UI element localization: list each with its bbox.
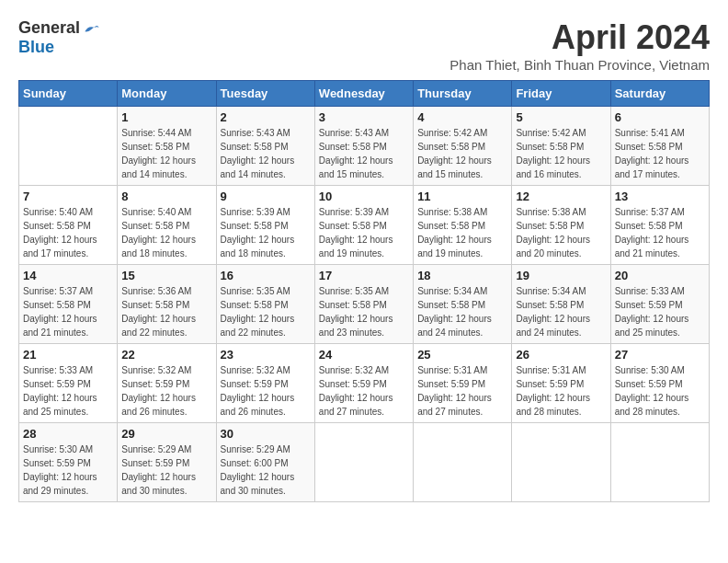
sunset-text: Sunset: 5:58 PM: [319, 142, 387, 152]
day-info: Sunrise: 5:30 AM Sunset: 5:59 PM Dayligh…: [23, 442, 113, 498]
day-number: 21: [23, 348, 113, 362]
sunrise-text: Sunrise: 5:38 AM: [417, 207, 487, 217]
sunset-text: Sunset: 5:58 PM: [417, 300, 485, 310]
column-header-wednesday: Wednesday: [314, 81, 413, 107]
sunrise-text: Sunrise: 5:32 AM: [319, 365, 389, 375]
page-header: General Blue April 2024 Phan Thiet, Binh…: [18, 18, 710, 73]
daylight-text: Daylight: 12 hours and 17 minutes.: [615, 155, 689, 179]
sunset-text: Sunset: 5:59 PM: [23, 379, 91, 389]
daylight-text: Daylight: 12 hours and 22 minutes.: [221, 314, 295, 338]
day-number: 8: [121, 190, 211, 203]
calendar-cell: 25 Sunrise: 5:31 AM Sunset: 5:59 PM Dayl…: [414, 344, 512, 423]
day-number: 19: [516, 269, 606, 282]
sunset-text: Sunset: 5:58 PM: [221, 300, 289, 310]
sunrise-text: Sunrise: 5:32 AM: [121, 365, 191, 375]
day-info: Sunrise: 5:33 AM Sunset: 5:59 PM Dayligh…: [615, 284, 705, 339]
sunset-text: Sunset: 5:58 PM: [615, 142, 683, 152]
sunrise-text: Sunrise: 5:43 AM: [221, 128, 290, 138]
sunset-text: Sunset: 5:58 PM: [23, 300, 91, 310]
logo-bird-icon: [82, 19, 100, 38]
logo-general-text: General: [18, 18, 80, 38]
calendar-cell: 30 Sunrise: 5:29 AM Sunset: 6:00 PM Dayl…: [216, 423, 314, 502]
day-number: 7: [23, 190, 113, 203]
sunset-text: Sunset: 5:58 PM: [221, 142, 289, 152]
daylight-text: Daylight: 12 hours and 16 minutes.: [516, 155, 590, 179]
sunset-text: Sunset: 5:59 PM: [615, 379, 683, 389]
sunrise-text: Sunrise: 5:35 AM: [221, 286, 290, 296]
sunrise-text: Sunrise: 5:42 AM: [516, 128, 586, 138]
day-number: 10: [319, 190, 409, 203]
day-number: 20: [615, 269, 705, 282]
daylight-text: Daylight: 12 hours and 15 minutes.: [417, 155, 492, 179]
calendar-cell: 21 Sunrise: 5:33 AM Sunset: 5:59 PM Dayl…: [19, 344, 118, 423]
calendar-cell: 24 Sunrise: 5:32 AM Sunset: 5:59 PM Dayl…: [314, 344, 413, 423]
day-number: 29: [121, 427, 211, 441]
calendar-cell: [19, 107, 118, 186]
sunrise-text: Sunrise: 5:44 AM: [121, 128, 191, 138]
day-number: 3: [319, 110, 409, 124]
sunset-text: Sunset: 5:58 PM: [23, 221, 91, 231]
calendar-cell: 19 Sunrise: 5:34 AM Sunset: 5:58 PM Dayl…: [512, 265, 610, 344]
day-number: 4: [417, 110, 507, 124]
daylight-text: Daylight: 12 hours and 30 minutes.: [221, 472, 295, 496]
daylight-text: Daylight: 12 hours and 26 minutes.: [121, 393, 196, 417]
column-header-sunday: Sunday: [19, 81, 118, 107]
day-info: Sunrise: 5:34 AM Sunset: 5:58 PM Dayligh…: [417, 284, 507, 339]
day-number: 6: [615, 110, 705, 124]
day-info: Sunrise: 5:40 AM Sunset: 5:58 PM Dayligh…: [23, 205, 113, 260]
day-number: 18: [417, 269, 507, 282]
day-number: 25: [417, 348, 507, 362]
sunrise-text: Sunrise: 5:29 AM: [121, 444, 191, 454]
calendar-cell: [414, 423, 512, 502]
sunrise-text: Sunrise: 5:39 AM: [319, 207, 389, 217]
daylight-text: Daylight: 12 hours and 23 minutes.: [319, 314, 393, 338]
sunrise-text: Sunrise: 5:40 AM: [121, 207, 191, 217]
day-info: Sunrise: 5:35 AM Sunset: 5:58 PM Dayligh…: [221, 284, 311, 339]
calendar-cell: 17 Sunrise: 5:35 AM Sunset: 5:58 PM Dayl…: [314, 265, 413, 344]
sunrise-text: Sunrise: 5:29 AM: [221, 444, 290, 454]
calendar-cell: 9 Sunrise: 5:39 AM Sunset: 5:58 PM Dayli…: [216, 186, 314, 265]
calendar-cell: 16 Sunrise: 5:35 AM Sunset: 5:58 PM Dayl…: [216, 265, 314, 344]
month-title: April 2024: [449, 18, 710, 57]
calendar-cell: 2 Sunrise: 5:43 AM Sunset: 5:58 PM Dayli…: [216, 107, 314, 186]
calendar-cell: 3 Sunrise: 5:43 AM Sunset: 5:58 PM Dayli…: [314, 107, 413, 186]
day-info: Sunrise: 5:37 AM Sunset: 5:58 PM Dayligh…: [23, 284, 113, 339]
day-number: 9: [221, 190, 311, 203]
day-info: Sunrise: 5:44 AM Sunset: 5:58 PM Dayligh…: [121, 126, 211, 181]
sunset-text: Sunset: 5:59 PM: [516, 379, 584, 389]
sunset-text: Sunset: 5:59 PM: [615, 300, 683, 310]
sunrise-text: Sunrise: 5:34 AM: [417, 286, 487, 296]
daylight-text: Daylight: 12 hours and 27 minutes.: [319, 393, 393, 417]
day-number: 1: [121, 110, 211, 124]
day-number: 28: [23, 427, 113, 441]
column-header-thursday: Thursday: [414, 81, 512, 107]
daylight-text: Daylight: 12 hours and 29 minutes.: [23, 472, 97, 496]
logo-blue-text: Blue: [18, 38, 54, 56]
calendar-cell: 1 Sunrise: 5:44 AM Sunset: 5:58 PM Dayli…: [118, 107, 216, 186]
column-header-friday: Friday: [512, 81, 610, 107]
title-section: April 2024 Phan Thiet, Binh Thuan Provin…: [449, 18, 710, 73]
daylight-text: Daylight: 12 hours and 21 minutes.: [615, 235, 689, 259]
daylight-text: Daylight: 12 hours and 22 minutes.: [121, 314, 196, 338]
sunrise-text: Sunrise: 5:42 AM: [417, 128, 487, 138]
day-number: 23: [221, 348, 311, 362]
sunrise-text: Sunrise: 5:33 AM: [615, 286, 685, 296]
sunrise-text: Sunrise: 5:41 AM: [615, 128, 685, 138]
day-info: Sunrise: 5:40 AM Sunset: 5:58 PM Dayligh…: [121, 205, 211, 260]
day-info: Sunrise: 5:29 AM Sunset: 5:59 PM Dayligh…: [121, 442, 211, 498]
column-header-monday: Monday: [118, 81, 216, 107]
day-info: Sunrise: 5:32 AM Sunset: 5:59 PM Dayligh…: [221, 363, 311, 419]
day-info: Sunrise: 5:39 AM Sunset: 5:58 PM Dayligh…: [221, 205, 311, 260]
calendar-cell: 12 Sunrise: 5:38 AM Sunset: 5:58 PM Dayl…: [512, 186, 610, 265]
day-info: Sunrise: 5:41 AM Sunset: 5:58 PM Dayligh…: [615, 126, 705, 181]
sunset-text: Sunset: 5:59 PM: [121, 379, 189, 389]
calendar-cell: 27 Sunrise: 5:30 AM Sunset: 5:59 PM Dayl…: [610, 344, 709, 423]
sunrise-text: Sunrise: 5:36 AM: [121, 286, 191, 296]
day-number: 27: [615, 348, 705, 362]
daylight-text: Daylight: 12 hours and 24 minutes.: [516, 314, 590, 338]
day-info: Sunrise: 5:42 AM Sunset: 5:58 PM Dayligh…: [417, 126, 507, 181]
logo: General Blue: [18, 18, 100, 57]
week-row-1: 1 Sunrise: 5:44 AM Sunset: 5:58 PM Dayli…: [19, 107, 710, 186]
daylight-text: Daylight: 12 hours and 14 minutes.: [221, 155, 295, 179]
sunrise-text: Sunrise: 5:43 AM: [319, 128, 389, 138]
